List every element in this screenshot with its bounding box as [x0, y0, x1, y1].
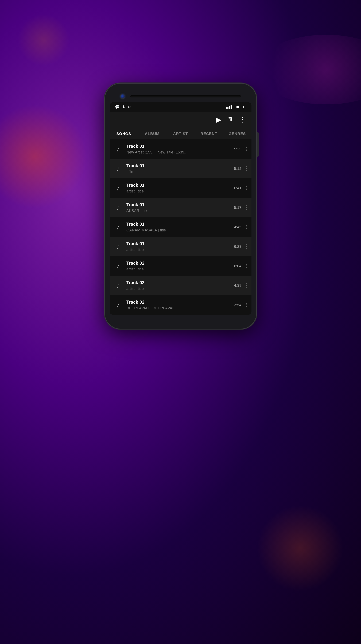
song-track-name: Track 02 — [126, 260, 226, 266]
song-subtitle: artist | title — [126, 286, 226, 291]
song-info: Track 01 New Artist (153.. | New Title (… — [126, 144, 226, 154]
song-info: Track 01 | film — [126, 163, 226, 174]
app-toolbar: ← ▶ ⋮ — [110, 112, 251, 128]
whatsapp-icon: 💬 — [115, 105, 120, 109]
music-icon-wrap: ♪ — [113, 300, 123, 310]
music-note-icon: ♪ — [116, 301, 120, 309]
bg-blob-4 — [18, 14, 70, 66]
song-subtitle: DEEPPAVALI | DEEPPAVALI — [126, 306, 226, 310]
song-duration: 6:41 — [229, 186, 241, 190]
song-duration: 4:38 — [229, 283, 241, 288]
back-button[interactable]: ← — [114, 116, 121, 124]
music-note-icon: ♪ — [116, 145, 120, 153]
song-subtitle: GARAM MASALA | title — [126, 228, 226, 232]
battery-icon — [236, 106, 244, 108]
song-track-name: Track 02 — [126, 280, 226, 285]
song-duration: 4:45 — [229, 225, 241, 229]
song-track-name: Track 01 — [126, 241, 226, 246]
song-more-button[interactable] — [245, 185, 248, 191]
delete-button[interactable] — [226, 115, 234, 124]
phone-body: 💬 ⬇ ↻ … — [105, 84, 256, 329]
list-item[interactable]: ♪ Track 02 DEEPPAVALI | DEEPPAVALI 3:54 — [110, 295, 251, 315]
download-icon: ⬇ — [122, 105, 125, 109]
list-item[interactable]: ♪ Track 01 New Artist (153.. | New Title… — [110, 140, 251, 159]
song-info: Track 01 artist | title — [126, 182, 226, 194]
music-note-icon: ♪ — [116, 184, 120, 192]
play-button[interactable]: ▶ — [215, 114, 223, 125]
song-track-name: Track 01 — [126, 163, 226, 168]
list-item[interactable]: ♪ Track 02 artist | title 4:38 — [110, 276, 251, 295]
music-icon-wrap: ♪ — [113, 280, 123, 291]
music-icon-wrap: ♪ — [113, 241, 123, 252]
song-duration: 3:54 — [229, 303, 241, 307]
song-track-name: Track 01 — [126, 144, 226, 149]
speaker-grille — [130, 95, 241, 98]
status-right — [226, 105, 246, 109]
tab-artist[interactable]: ARTIST — [166, 128, 195, 139]
music-icon-wrap: ♪ — [113, 144, 123, 154]
music-icon-wrap: ♪ — [113, 222, 123, 232]
song-subtitle: artist | title — [126, 248, 226, 252]
tab-songs[interactable]: SONGS — [110, 128, 138, 139]
bg-blob-3 — [256, 505, 343, 592]
song-subtitle: artist | title — [126, 267, 226, 272]
tab-album[interactable]: ALBUM — [138, 128, 166, 139]
song-track-name: Track 02 — [126, 300, 226, 305]
list-item[interactable]: ♪ Track 01 artist | title 6:41 — [110, 178, 251, 198]
navigation-tabs: SONGS ALBUM ARTIST RECENT GENRES — [110, 128, 251, 140]
song-info: Track 02 artist | title — [126, 280, 226, 291]
phone-device: 💬 ⬇ ↻ … — [105, 84, 256, 329]
song-info: Track 02 artist | title — [126, 260, 226, 272]
camera-icon — [120, 94, 125, 99]
status-bar: 💬 ⬇ ↻ … — [110, 102, 251, 112]
song-track-name: Track 01 — [126, 202, 226, 208]
song-more-button[interactable] — [245, 205, 248, 210]
list-item[interactable]: ♪ Track 01 artist | title 6:23 — [110, 237, 251, 256]
phone-top-bezel — [110, 94, 251, 99]
song-subtitle: New Artist (153.. | New Title (1539.. — [126, 150, 226, 154]
song-duration: 5:25 — [229, 147, 241, 152]
song-info: Track 02 DEEPPAVALI | DEEPPAVALI — [126, 300, 226, 310]
song-subtitle: | film — [126, 170, 226, 174]
song-more-button[interactable] — [245, 244, 248, 249]
song-track-name: Track 01 — [126, 182, 226, 188]
song-subtitle: AKSAR | title — [126, 208, 226, 213]
music-note-icon: ♪ — [116, 204, 120, 212]
music-icon-wrap: ♪ — [113, 183, 123, 193]
song-list: ♪ Track 01 New Artist (153.. | New Title… — [110, 140, 251, 315]
overflow-menu-button[interactable]: ⋮ — [238, 114, 247, 125]
music-icon-wrap: ♪ — [113, 164, 123, 174]
song-subtitle: artist | title — [126, 189, 226, 194]
song-more-button[interactable] — [245, 282, 248, 288]
more-notifications: … — [133, 105, 137, 109]
song-info: Track 01 artist | title — [126, 241, 226, 252]
music-note-icon: ♪ — [116, 164, 120, 173]
sync-icon: ↻ — [128, 105, 131, 109]
music-note-icon: ♪ — [116, 262, 120, 270]
song-more-button[interactable] — [245, 263, 248, 269]
signal-icon — [226, 105, 232, 109]
song-duration: 5:12 — [229, 166, 241, 171]
status-notifications: 💬 ⬇ ↻ … — [115, 105, 137, 109]
tab-recent[interactable]: RECENT — [195, 128, 223, 139]
music-icon-wrap: ♪ — [113, 261, 123, 271]
song-more-button[interactable] — [245, 302, 248, 308]
song-more-button[interactable] — [245, 166, 248, 172]
list-item[interactable]: ♪ Track 01 AKSAR | title 5:17 — [110, 198, 251, 217]
music-note-icon: ♪ — [116, 281, 120, 290]
music-note-icon: ♪ — [116, 223, 120, 231]
music-note-icon: ♪ — [116, 242, 120, 251]
list-item[interactable]: ♪ Track 01 | film 5:12 — [110, 159, 251, 178]
list-item[interactable]: ♪ Track 01 GARAM MASALA | title 4:45 — [110, 217, 251, 237]
song-track-name: Track 01 — [126, 222, 226, 227]
song-duration: 6:23 — [229, 244, 241, 249]
song-duration: 6:04 — [229, 264, 241, 268]
phone-screen: 💬 ⬇ ↻ … — [110, 102, 251, 315]
list-item[interactable]: ♪ Track 02 artist | title 6:04 — [110, 256, 251, 276]
tab-genres[interactable]: GENRES — [223, 128, 251, 139]
song-info: Track 01 AKSAR | title — [126, 202, 226, 213]
song-more-button[interactable] — [245, 224, 248, 230]
song-duration: 5:17 — [229, 205, 241, 210]
music-icon-wrap: ♪ — [113, 202, 123, 213]
song-more-button[interactable] — [245, 146, 248, 152]
